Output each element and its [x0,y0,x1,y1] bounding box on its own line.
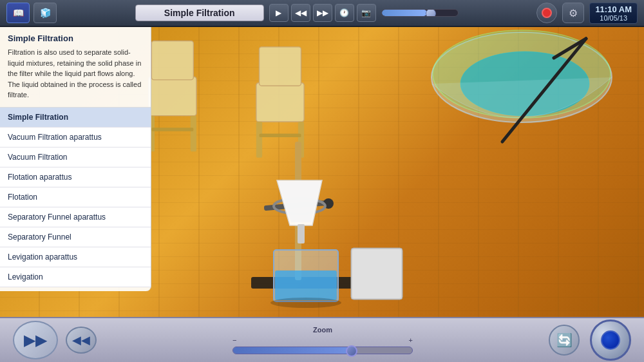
panel-item-flotation-apparatus[interactable]: Flotation aparattus [0,167,151,187]
panel-items-container: Simple FiltrationVacuum Filtration apara… [0,108,151,287]
play-forward-icon: ▶▶ [24,331,47,349]
big-rewind-button[interactable]: ◀◀ [66,327,97,354]
svg-rect-0 [149,77,196,115]
record-dot [542,8,552,18]
cube-icon: 🧊 [40,8,51,18]
toolbar: 📖 🧊 Simple Filtration ▶ ◀◀ ▶▶ 🕐 📷 ⚙ 11:1… [0,0,644,27]
time-text: 11:10 AM [595,5,632,14]
panel-description: Filtration is also used to separate soli… [8,47,143,100]
svg-rect-4 [151,128,193,131]
fast-forward-button[interactable]: ▶▶ [313,4,332,22]
clock-button[interactable]: 🕐 [335,4,354,22]
zoom-slider[interactable] [232,347,413,354]
rewind-button[interactable]: ◀◀ [291,4,310,22]
settings-button[interactable]: ⚙ [562,3,584,23]
svg-point-24 [270,298,341,308]
panel-item-vacuum-filtration-apparatus[interactable]: Vacuum Filtration aparattus [0,128,151,148]
panel-item-levigation-apparatus[interactable]: Levigation aparattus [0,247,151,267]
zoom-handle[interactable] [346,345,357,357]
record-button[interactable] [536,3,557,23]
zoom-min-label: − [232,336,236,344]
panel-item-separatory-funnel[interactable]: Separatory Funnel [0,227,151,247]
orbit-icon: 🔄 [556,332,573,348]
zoom-fill [233,347,350,354]
scene-title: Simple Filtration [135,5,264,21]
panel-item-simple-filtration[interactable]: Simple Filtration [0,108,151,128]
panel-header: Simple Filtration Filtration is also use… [0,27,151,108]
bottom-right-controls: 🔄 [549,319,631,361]
svg-rect-26 [352,249,401,298]
zoom-control: Zoom − + [97,326,549,354]
bottom-left-controls: ▶▶ ◀◀ [13,321,97,359]
joystick-knob [601,330,620,350]
book-icon: 📖 [13,8,24,18]
svg-rect-3 [191,116,196,152]
rewind-icon: ◀◀ [72,333,90,347]
left-panel: Simple Filtration Filtration is also use… [0,27,151,291]
svg-rect-1 [151,41,193,80]
panel-item-vacuum-filtration[interactable]: Vacuum Filtration [0,148,151,167]
bottom-bar: ▶▶ ◀◀ Zoom − + 🔄 [0,317,644,362]
panel-item-levigation[interactable]: Levigation [0,267,151,287]
joystick[interactable] [590,319,631,361]
play-controls: ▶ ◀◀ ▶▶ 🕐 📷 [269,4,376,22]
book-button[interactable]: 📖 [6,3,30,23]
play-button[interactable]: ▶ [269,4,289,22]
cube-button[interactable]: 🧊 [33,3,57,23]
progress-bar[interactable] [381,9,459,17]
zoom-label: Zoom [313,326,332,334]
panel-item-separatory-funnel-apparatus[interactable]: Separatory Funnel aparattus [0,207,151,227]
zoom-max-label: + [409,336,413,344]
date-text: 10/05/13 [595,14,632,22]
panel-title: Simple Filtration [8,33,143,43]
big-play-button[interactable]: ▶▶ [13,321,58,359]
zoom-range-labels: − + [232,336,413,344]
svg-rect-20 [298,224,305,243]
gear-icon: ⚙ [569,7,578,19]
svg-rect-23 [275,271,337,300]
video-button[interactable]: 📷 [357,4,376,22]
panel-item-flotation[interactable]: Flotation [0,187,151,207]
camera-orbit-button[interactable]: 🔄 [549,325,580,356]
time-display: 11:10 AM 10/05/13 [589,3,638,24]
